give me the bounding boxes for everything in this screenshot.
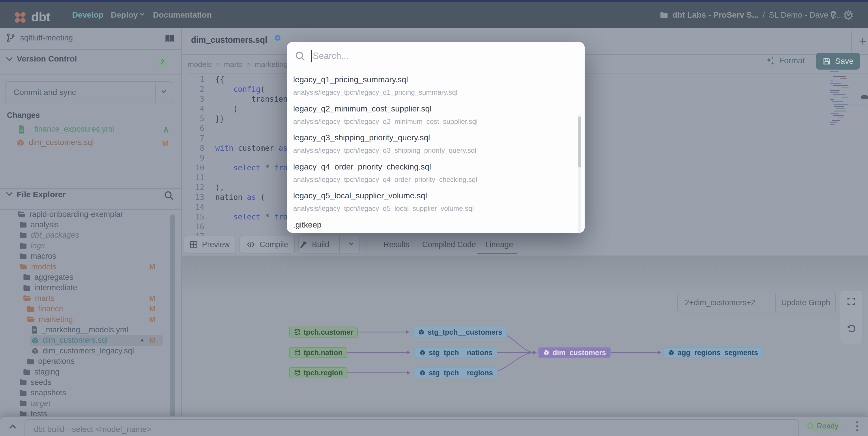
file-tree-label: dbt_packages bbox=[31, 231, 79, 240]
preview-button[interactable]: Preview bbox=[184, 236, 236, 254]
lineage-node-model[interactable]: stg_tpch__customers bbox=[413, 326, 507, 338]
kebab-menu[interactable] bbox=[851, 419, 863, 434]
lineage-node-model[interactable]: agg_regions_segments bbox=[663, 347, 763, 358]
section-file-explorer[interactable]: File Explorer bbox=[7, 190, 66, 199]
lineage-canvas[interactable]: 2+dim_customers+2 Update Graph bbox=[182, 256, 868, 436]
git-branch-icon bbox=[6, 33, 16, 43]
file-tree-item-snapshots[interactable]: snapshots bbox=[0, 388, 177, 398]
breadcrumb-item[interactable]: marketing bbox=[255, 60, 288, 69]
model-cube-icon bbox=[419, 349, 426, 356]
lineage-node-source[interactable]: tpch.customer bbox=[289, 326, 358, 338]
lineage-node-model[interactable]: stg_tpch__regions bbox=[414, 367, 497, 378]
file-tree-item-intermediate[interactable]: intermediate bbox=[0, 283, 177, 293]
search-result-item[interactable]: legacy_q1_pricing_summary.sqlanalysis/le… bbox=[287, 75, 576, 101]
search-icon[interactable] bbox=[163, 190, 174, 201]
editor-tab[interactable]: dim_customers.sql bbox=[191, 35, 267, 45]
folder-icon bbox=[23, 368, 31, 376]
file-tree-item-macros[interactable]: macros bbox=[0, 251, 177, 262]
file-tree-label: seeds bbox=[31, 378, 51, 387]
divider bbox=[851, 31, 852, 52]
line-number: 14 bbox=[182, 202, 204, 212]
save-button[interactable]: Save bbox=[816, 53, 860, 69]
section-version-control[interactable]: Version Control bbox=[7, 54, 77, 63]
modal-scrollbar-thumb[interactable] bbox=[578, 117, 581, 168]
model-cube-icon bbox=[31, 347, 39, 355]
file-tree-item-target[interactable]: target bbox=[0, 398, 177, 409]
lineage-node-source[interactable]: tpch.region bbox=[289, 367, 347, 378]
commit-options-dropdown[interactable] bbox=[156, 92, 172, 93]
status-modified-badge: M bbox=[149, 315, 155, 324]
modal-search-row[interactable]: Search... bbox=[287, 42, 585, 70]
search-result-item[interactable]: legacy_q4_order_priority_checking.sqlana… bbox=[287, 162, 576, 189]
file-tree-item-logs[interactable]: logs bbox=[0, 240, 177, 251]
changed-file-name: dim_customers.sql bbox=[29, 138, 94, 147]
build-options-dropdown[interactable] bbox=[344, 244, 359, 245]
nav-deploy[interactable]: Deploy bbox=[111, 2, 144, 28]
file-tree-label: intermediate bbox=[34, 283, 78, 292]
file-tree-label: logs bbox=[31, 241, 45, 250]
branch-name[interactable]: sqlfluff-meeting bbox=[20, 33, 73, 42]
file-tree-item-marketing[interactable]: marketingM bbox=[0, 314, 177, 324]
nav-develop[interactable]: Develop bbox=[72, 2, 103, 28]
search-result-path: analysis/legacy_tpch/legacy_q3_shipping_… bbox=[293, 146, 576, 154]
file-tree-label: rapid-onboarding-exemplar bbox=[29, 210, 123, 219]
file-tree-scrollbar[interactable] bbox=[170, 214, 175, 436]
divider bbox=[339, 236, 340, 253]
file-tree-item-models[interactable]: modelsM bbox=[0, 262, 177, 272]
search-result-item[interactable]: .gitkeep bbox=[287, 220, 576, 233]
folder-icon bbox=[27, 358, 35, 365]
breadcrumb-item[interactable]: marts bbox=[224, 60, 243, 69]
version-control-badge: 2 bbox=[157, 56, 168, 68]
folder-icon bbox=[19, 221, 27, 228]
file-tree-item-dim-customers-sql[interactable]: dim_customers.sql•M bbox=[0, 335, 177, 346]
dbt-command-input[interactable] bbox=[25, 419, 799, 436]
tab-lineage[interactable]: Lineage bbox=[485, 236, 513, 253]
search-result-item[interactable]: legacy_q3_shipping_priority_query.sqlana… bbox=[287, 133, 576, 160]
file-tree-item-seeds[interactable]: seeds bbox=[0, 377, 177, 387]
file-tree-item-finance[interactable]: financeM bbox=[0, 304, 177, 314]
format-button[interactable]: Format bbox=[765, 52, 805, 69]
line-number: 16 bbox=[182, 222, 204, 232]
lineage-node-model[interactable]: stg_tpch__nations bbox=[414, 347, 497, 358]
file-tree-item--marketing-models-yml[interactable]: _marketing__models.yml bbox=[0, 324, 177, 335]
chevron-up-icon[interactable] bbox=[7, 421, 19, 433]
chevron-down-icon bbox=[6, 190, 13, 196]
nav-documentation[interactable]: Documentation bbox=[153, 2, 212, 28]
breadcrumb-account: dbt Labs - ProServ S... / SL Demo - Dave… bbox=[660, 2, 850, 28]
build-button[interactable]: Build bbox=[299, 236, 360, 254]
new-tab-button[interactable]: + bbox=[855, 29, 868, 53]
status-modified-badge: M bbox=[149, 304, 155, 313]
tab-results[interactable]: Results bbox=[383, 236, 409, 253]
file-tree-item-dbt-packages[interactable]: dbt_packages bbox=[0, 230, 177, 240]
lineage-node-source[interactable]: tpch.nation bbox=[289, 347, 347, 358]
account-name[interactable]: dbt Labs - ProServ S... bbox=[672, 10, 758, 20]
database-icon bbox=[294, 369, 301, 376]
settings-gear-icon[interactable]: ⚙ bbox=[843, 2, 854, 28]
lineage-node-selected[interactable]: dim_customers bbox=[538, 347, 611, 358]
compile-button[interactable]: Compile bbox=[240, 236, 295, 254]
tab-compiled-code[interactable]: Compiled Code bbox=[422, 236, 476, 253]
file-tree-item-analysis[interactable]: analysis bbox=[0, 220, 177, 230]
help-button[interactable]: ? bbox=[830, 2, 837, 28]
changed-file-row[interactable]: dim_customers.sql bbox=[16, 138, 94, 147]
file-tree-item-rapid-onboarding-exemplar[interactable]: rapid-onboarding-exemplar bbox=[0, 209, 177, 220]
dbt-logo[interactable]: dbt bbox=[13, 9, 56, 25]
docs-book-icon[interactable] bbox=[164, 34, 175, 43]
sparkles-icon bbox=[765, 56, 775, 65]
search-result-item[interactable]: legacy_q2_minimum_cost_supplier.sqlanaly… bbox=[287, 104, 576, 131]
breadcrumb-item[interactable]: models bbox=[188, 60, 212, 69]
commit-and-sync-button[interactable]: Commit and sync bbox=[5, 81, 172, 104]
file-tree-item-staging[interactable]: staging bbox=[0, 367, 177, 377]
line-number: 6 bbox=[182, 123, 204, 134]
file-tree-item-marts[interactable]: martsM bbox=[0, 293, 177, 303]
folder-icon bbox=[23, 273, 31, 281]
file-tree-item-dim-customers-legacy-sql[interactable]: dim_customers_legacy.sql bbox=[0, 346, 177, 356]
search-result-item[interactable]: legacy_q5_local_supplier_volume.sqlanaly… bbox=[287, 191, 576, 218]
changed-file-row[interactable]: _finance_exposures.yml bbox=[18, 125, 114, 134]
file-tree-item-aggregates[interactable]: aggregates bbox=[0, 272, 177, 282]
version-control-title: Version Control bbox=[17, 54, 77, 63]
code-minimap[interactable] bbox=[829, 71, 855, 128]
panel-resize-handle[interactable] bbox=[861, 95, 868, 99]
file-tree-item-operations[interactable]: operations bbox=[0, 356, 177, 367]
line-number: 3 bbox=[182, 94, 204, 104]
